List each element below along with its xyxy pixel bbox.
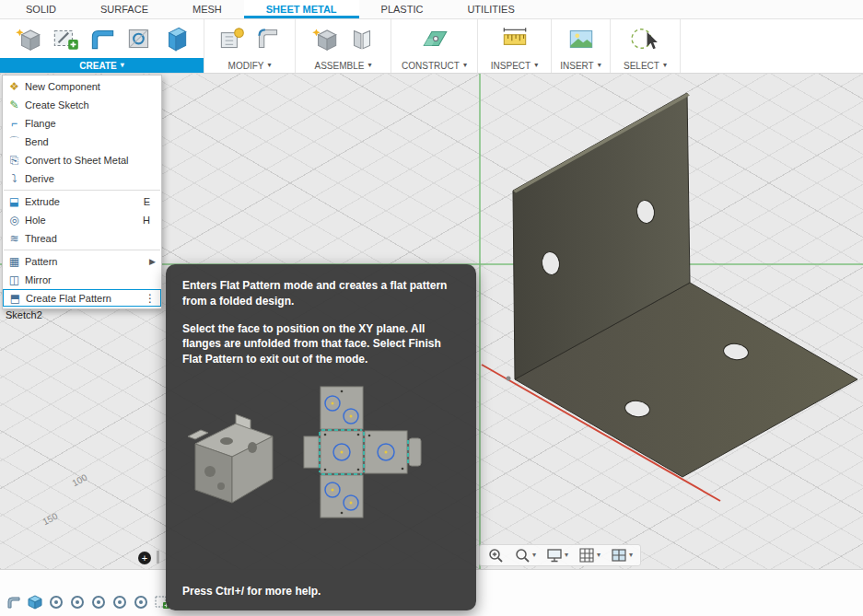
new-component-button[interactable] (11, 21, 45, 56)
tab-plastic[interactable]: PLASTIC (359, 0, 446, 18)
timeline-plus-button[interactable]: + (138, 552, 151, 564)
submenu-arrow-icon: ▶ (149, 257, 156, 266)
dock-hole-button[interactable] (131, 592, 151, 612)
menu-item-create-sketch[interactable]: ✎ Create Sketch (3, 96, 161, 114)
measure-button[interactable] (497, 21, 531, 56)
ring-icon (133, 594, 149, 610)
tab-surface[interactable]: SURFACE (78, 0, 170, 18)
menu-item-convert-to-sheet-metal[interactable]: ⎘ Convert to Sheet Metal (3, 151, 161, 169)
modify-menu-button[interactable]: MODIFY ▾ (204, 58, 295, 73)
main-toolbar: CREATE ▾ (0, 19, 863, 74)
insert-canvas-button[interactable] (564, 21, 598, 56)
select-tool-button[interactable] (628, 21, 662, 56)
bend-button[interactable] (122, 21, 156, 56)
toolbar-group-construct: CONSTRUCT ▾ (391, 19, 478, 73)
tooltip-body: Select the face to position on the XY pl… (182, 321, 460, 367)
chevron-down-icon: ▾ (367, 62, 371, 69)
menu-item-create-flat-pattern[interactable]: ⬒ Create Flat Pattern ⋮ (3, 289, 161, 307)
viewports-button[interactable]: ▾ (611, 547, 633, 564)
insert-menu-button[interactable]: INSERT ▾ (552, 58, 610, 73)
tab-solid[interactable]: SOLID (4, 0, 78, 18)
convert-to-sheet-metal-icon: ⎘ (6, 154, 22, 167)
document-toolbar-tabs: SOLID SURFACE MESH SHEET METAL PLASTIC U… (0, 0, 863, 19)
new-component-icon: ❖ (6, 80, 22, 93)
dock-hole-button[interactable] (46, 592, 66, 612)
display-settings-button[interactable]: ▾ (546, 547, 568, 564)
hole-icon: ◎ (6, 214, 22, 227)
select-menu-button[interactable]: SELECT ▾ (611, 58, 680, 73)
browser-item-sketch2[interactable]: Sketch2 (6, 309, 42, 320)
bend-icon: ⌒ (6, 134, 22, 150)
thread-icon: ≋ (6, 232, 22, 245)
flat-pattern-drawing (304, 387, 421, 517)
fillet-button[interactable] (251, 21, 286, 56)
flat-pattern-illustration (182, 379, 459, 556)
flange-icon (87, 23, 118, 54)
flange-icon (6, 594, 22, 610)
assemble-new-component-button[interactable] (308, 21, 342, 56)
pattern-icon: ▦ (6, 255, 22, 268)
menu-item-thread[interactable]: ≋ Thread (3, 229, 161, 248)
chevron-down-icon: ▾ (121, 62, 124, 69)
menu-item-pattern[interactable]: ▦ Pattern ▶ (3, 252, 161, 271)
extrude-button[interactable] (158, 21, 192, 56)
dock-hole-button[interactable] (110, 592, 130, 612)
toolbar-group-modify: MODIFY ▾ (204, 19, 296, 73)
flat-pattern-tooltip: Enters Flat Pattern mode and creates a f… (166, 264, 476, 610)
quick-tools-dock (4, 592, 172, 612)
construct-menu-button[interactable]: CONSTRUCT ▾ (391, 58, 477, 73)
chevron-down-icon: ▾ (663, 62, 667, 69)
create-dropdown-menu: ❖ New Component ✎ Create Sketch ⌐ Flange… (2, 75, 162, 309)
zoom-window-button[interactable] (487, 547, 504, 564)
menu-item-extrude[interactable]: ⬓ Extrude E (3, 192, 161, 211)
grid-icon (578, 547, 595, 564)
assemble-menu-button[interactable]: ASSEMBLE ▾ (296, 58, 391, 73)
panel-resize-handle[interactable] (157, 551, 159, 564)
chevron-down-icon: ▾ (534, 62, 538, 69)
image-icon (566, 23, 597, 54)
inspect-menu-button[interactable]: INSPECT ▾ (478, 58, 551, 73)
tab-utilities[interactable]: UTILITIES (445, 0, 536, 18)
cube-icon (27, 594, 43, 610)
chevron-down-icon: ▾ (565, 552, 568, 559)
chevron-down-icon: ▾ (463, 62, 467, 69)
menu-item-bend[interactable]: ⌒ Bend (3, 133, 161, 151)
menu-item-mirror[interactable]: ◫ Mirror (3, 271, 161, 289)
tab-mesh[interactable]: MESH (170, 0, 244, 18)
modify-tool-button[interactable] (215, 21, 249, 56)
sheet-metal-bracket-model[interactable] (513, 93, 857, 477)
navigation-bar: ▾ ▾ ▾ ▾ (479, 544, 641, 566)
tab-sheet-metal[interactable]: SHEET METAL (244, 0, 359, 18)
zoom-button[interactable]: ▾ (514, 547, 536, 564)
joint-button[interactable] (344, 21, 379, 56)
inspect-menu-label: INSPECT (491, 61, 531, 71)
dock-flange-button[interactable] (4, 592, 24, 612)
menu-item-new-component[interactable]: ❖ New Component (3, 77, 161, 96)
menu-separator (4, 250, 160, 250)
menu-separator (4, 190, 160, 191)
viewport-layout-icon (611, 547, 627, 564)
ring-icon (90, 594, 107, 610)
flange-icon: ⌐ (6, 117, 22, 130)
kebab-menu-icon[interactable]: ⋮ (145, 292, 156, 305)
modify-menu-label: MODIFY (228, 61, 264, 71)
dock-extrude-button[interactable] (25, 592, 45, 612)
dock-hole-button[interactable] (67, 592, 87, 612)
menu-item-derive[interactable]: ⤵ Derive (3, 169, 161, 188)
grid-settings-button[interactable]: ▾ (578, 547, 601, 564)
joint-icon (346, 23, 378, 54)
dock-hole-button[interactable] (88, 592, 109, 612)
extrude-icon (160, 23, 192, 54)
shortcut-key: H (143, 215, 150, 226)
ring-icon (111, 594, 128, 610)
create-menu-button[interactable]: CREATE ▾ (0, 58, 204, 73)
construct-plane-button[interactable] (417, 21, 451, 56)
menu-item-flange[interactable]: ⌐ Flange (3, 114, 161, 133)
flange-button[interactable] (85, 21, 119, 56)
construction-plane-icon (419, 23, 450, 54)
create-sketch-icon (50, 23, 81, 54)
create-sketch-button[interactable] (48, 21, 82, 56)
ring-icon (69, 594, 86, 610)
menu-item-hole[interactable]: ◎ Hole H (3, 211, 161, 229)
plus-icon: + (142, 552, 147, 564)
